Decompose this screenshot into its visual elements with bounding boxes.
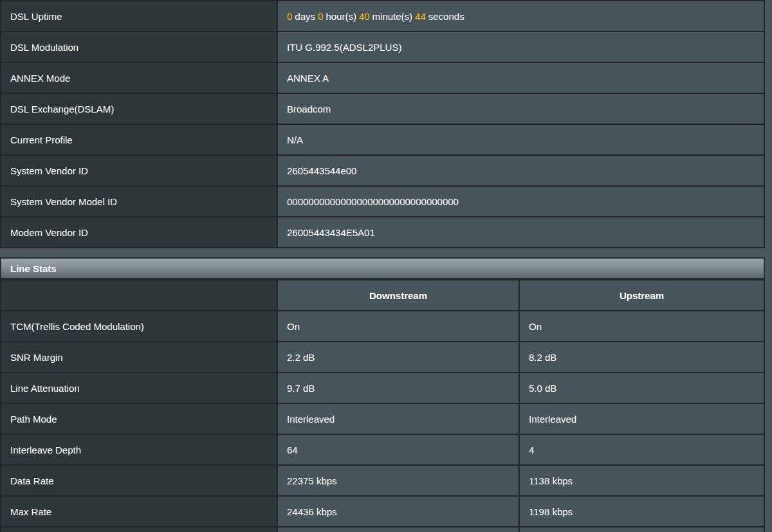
row-label: ANNEX Mode	[1, 63, 278, 93]
upstream-value: 5.0 dB	[520, 373, 764, 403]
row-label: Current Profile	[1, 125, 278, 154]
row-label: DSL Exchange(DSLAM)	[1, 94, 278, 124]
table-row: Max Rate 24436 kbps 1198 kbps	[1, 497, 764, 527]
table-row: SNR Margin 2.2 dB 8.2 dB	[1, 342, 764, 373]
downstream-value: 24436 kbps	[278, 497, 520, 526]
table-row: Current Profile N/A	[1, 125, 764, 156]
dsl-uptime-value: 0days0hour(s)40minute(s)44seconds	[278, 1, 764, 31]
upstream-value: 8.2 dB	[520, 342, 764, 372]
dsl-info-table: DSL Uptime 0days0hour(s)40minute(s)44sec…	[0, 0, 765, 248]
uptime-minutes: 40	[359, 11, 370, 22]
uptime-hours-unit: hour(s)	[326, 11, 356, 22]
line-stats-table: Downstream Upstream TCM(Trellis Coded Mo…	[0, 279, 765, 532]
table-row: Interleave Depth 64 4	[1, 435, 764, 466]
uptime-minutes-unit: minute(s)	[372, 11, 413, 22]
row-label: Max Rate	[1, 497, 278, 526]
table-row: Data Rate 22375 kbps 1138 kbps	[1, 466, 764, 497]
row-label: System Vendor ID	[1, 156, 278, 185]
table-row: System Vendor ID 2605443544e00	[1, 156, 764, 187]
section-title: Line Stats	[10, 263, 57, 274]
row-value: 2605443544e00	[278, 156, 764, 185]
uptime-days: 0	[287, 11, 292, 22]
column-header-upstream: Upstream	[520, 280, 764, 310]
row-label: Path Mode	[1, 404, 278, 434]
row-value: ANNEX A	[278, 63, 764, 93]
table-row: System Vendor Model ID 00000000000000000…	[1, 187, 764, 217]
row-value: ITU G.992.5(ADSL2PLUS)	[278, 32, 764, 62]
row-value: N/A	[278, 125, 764, 154]
table-header-row: Downstream Upstream	[1, 280, 764, 311]
upstream-value: Interleaved	[520, 404, 764, 434]
row-value: Broadcom	[278, 94, 764, 124]
table-row: Path Mode Interleaved Interleaved	[1, 404, 764, 435]
row-label	[1, 527, 278, 532]
upstream-value	[520, 527, 764, 532]
table-row: ANNEX Mode ANNEX A	[1, 63, 764, 94]
upstream-value: 1138 kbps	[520, 466, 764, 495]
row-value: 26005443434E5A01	[278, 217, 764, 247]
uptime-seconds: 44	[415, 11, 426, 22]
table-row: Line Attenuation 9.7 dB 5.0 dB	[1, 373, 764, 404]
uptime-days-unit: days	[295, 11, 315, 22]
row-label: TCM(Trellis Coded Modulation)	[1, 311, 278, 341]
downstream-value: Interleaved	[278, 404, 520, 434]
line-stats-section-header: Line Stats	[0, 257, 765, 279]
row-label: DSL Modulation	[1, 32, 278, 62]
row-label: SNR Margin	[1, 342, 278, 372]
row-label: DSL Uptime	[1, 1, 278, 31]
downstream-value	[278, 527, 520, 532]
upstream-value: 1198 kbps	[520, 497, 764, 526]
downstream-value: 64	[278, 435, 520, 464]
table-row: DSL Exchange(DSLAM) Broadcom	[1, 94, 764, 125]
downstream-value: 2.2 dB	[278, 342, 520, 372]
table-row: Modem Vendor ID 26005443434E5A01	[1, 217, 764, 248]
upstream-value: On	[520, 311, 764, 341]
uptime-seconds-unit: seconds	[428, 11, 464, 22]
table-row-partial	[1, 527, 764, 532]
upstream-value: 4	[520, 435, 764, 464]
table-gap	[0, 248, 765, 257]
row-label: Data Rate	[1, 466, 278, 495]
table-row: DSL Uptime 0days0hour(s)40minute(s)44sec…	[1, 1, 764, 32]
table-row: DSL Modulation ITU G.992.5(ADSL2PLUS)	[1, 32, 764, 63]
column-header-downstream: Downstream	[278, 280, 520, 310]
row-value: 00000000000000000000000000000000	[278, 187, 764, 216]
dsl-status-page: DSL Uptime 0days0hour(s)40minute(s)44sec…	[0, 0, 765, 532]
downstream-value: On	[278, 311, 520, 341]
row-label: System Vendor Model ID	[1, 187, 278, 216]
row-label: Interleave Depth	[1, 435, 278, 464]
row-label: Line Attenuation	[1, 373, 278, 403]
header-empty-cell	[1, 280, 278, 310]
table-row: TCM(Trellis Coded Modulation) On On	[1, 311, 764, 342]
uptime-hours: 0	[318, 11, 323, 22]
downstream-value: 9.7 dB	[278, 373, 520, 403]
downstream-value: 22375 kbps	[278, 466, 520, 495]
row-label: Modem Vendor ID	[1, 217, 278, 247]
